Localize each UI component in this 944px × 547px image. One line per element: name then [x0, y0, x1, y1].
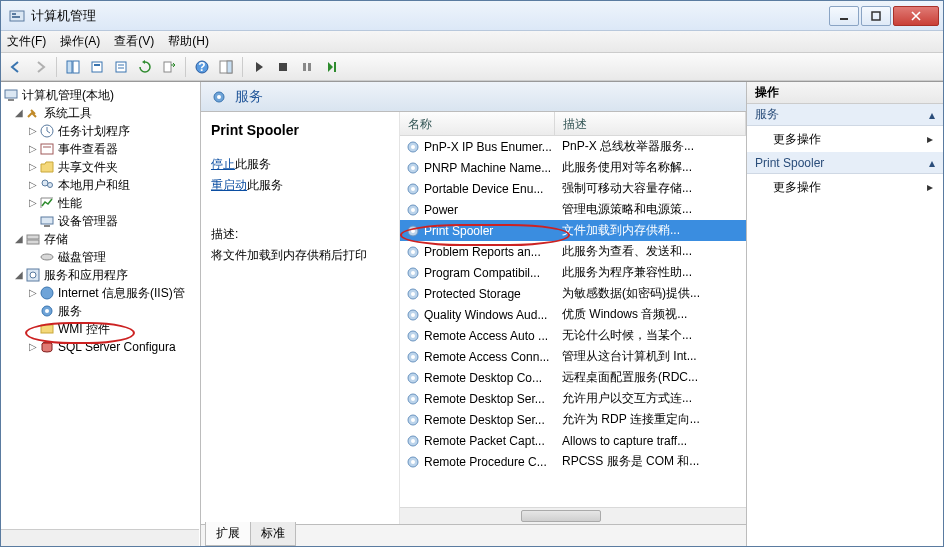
table-body[interactable]: PnP-X IP Bus Enumer...PnP-X 总线枚举器服务...PN… [400, 136, 746, 507]
service-name: Remote Packet Capt... [424, 434, 556, 448]
performance-icon [39, 195, 55, 211]
tree-event-viewer[interactable]: ▷事件查看器 [3, 140, 198, 158]
restart-link[interactable]: 重启动 [211, 178, 247, 192]
table-row[interactable]: Print Spooler文件加载到内存供稍... [400, 220, 746, 241]
expand-icon[interactable]: ▷ [27, 176, 39, 194]
svg-rect-31 [27, 240, 39, 244]
table-row[interactable]: Remote Desktop Ser...允许为 RDP 连接重定向... [400, 409, 746, 430]
help-button[interactable]: ? [191, 56, 213, 78]
svg-text:?: ? [198, 60, 205, 74]
tree-system-tools[interactable]: ◢ 系统工具 [3, 104, 198, 122]
collapse-icon[interactable]: ◢ [13, 266, 25, 284]
refresh-button[interactable] [134, 56, 156, 78]
table-row[interactable]: Program Compatibil...此服务为程序兼容性助... [400, 262, 746, 283]
table-row[interactable]: Portable Device Enu...强制可移动大容量存储... [400, 178, 746, 199]
action-pane-button[interactable] [215, 56, 237, 78]
gear-icon [405, 244, 421, 260]
table-row[interactable]: Remote Access Auto ...无论什么时候，当某个... [400, 325, 746, 346]
table-row[interactable]: Remote Packet Capt...Allows to capture t… [400, 430, 746, 451]
tree-services-apps[interactable]: ◢服务和应用程序 [3, 266, 198, 284]
tree-iis[interactable]: ▷Internet 信息服务(IIS)管 [3, 284, 198, 302]
close-button[interactable] [893, 6, 939, 26]
forward-button[interactable] [29, 56, 51, 78]
expand-icon[interactable]: ▷ [27, 284, 39, 302]
tree-scrollbar[interactable] [1, 529, 199, 546]
restart-service-button[interactable] [320, 56, 342, 78]
tree-task-scheduler[interactable]: ▷任务计划程序 [3, 122, 198, 140]
nav-tree[interactable]: 计算机管理(本地) ◢ 系统工具 ▷任务计划程序 ▷事件查看器 ▷共享文件夹 ▷… [1, 82, 200, 360]
table-row[interactable]: Power管理电源策略和电源策... [400, 199, 746, 220]
tree-root[interactable]: 计算机管理(本地) [3, 86, 198, 104]
show-hide-tree-button[interactable] [62, 56, 84, 78]
table-row[interactable]: Protected Storage为敏感数据(如密码)提供... [400, 283, 746, 304]
table-row[interactable]: PnP-X IP Bus Enumer...PnP-X 总线枚举器服务... [400, 136, 746, 157]
tree-disk-management[interactable]: 磁盘管理 [3, 248, 198, 266]
export-list-button[interactable] [158, 56, 180, 78]
tree-sqlserver[interactable]: ▷SQL Server Configura [3, 338, 198, 356]
export-button[interactable] [110, 56, 132, 78]
start-service-button[interactable] [248, 56, 270, 78]
expand-icon[interactable]: ▷ [27, 122, 39, 140]
table-header: 名称 描述 [400, 112, 746, 136]
back-button[interactable] [5, 56, 27, 78]
table-row[interactable]: PNRP Machine Name...此服务使用对等名称解... [400, 157, 746, 178]
actions-more-1[interactable]: 更多操作 ▸ [747, 126, 943, 152]
gear-icon [405, 265, 421, 281]
table-row[interactable]: Remote Desktop Ser...允许用户以交互方式连... [400, 388, 746, 409]
maximize-button[interactable] [861, 6, 891, 26]
collapse-icon[interactable]: ◢ [13, 230, 25, 248]
col-name[interactable]: 名称 [400, 112, 555, 135]
users-icon [39, 177, 55, 193]
gear-icon [405, 223, 421, 239]
tree-storage[interactable]: ◢存储 [3, 230, 198, 248]
tab-extended[interactable]: 扩展 [205, 522, 251, 546]
table-row[interactable]: Quality Windows Aud...优质 Windows 音频视... [400, 304, 746, 325]
minimize-button[interactable] [829, 6, 859, 26]
col-desc[interactable]: 描述 [555, 112, 746, 135]
menu-file[interactable]: 文件(F) [7, 33, 46, 50]
table-row[interactable]: Remote Desktop Co...远程桌面配置服务(RDC... [400, 367, 746, 388]
stop-service-button[interactable] [272, 56, 294, 78]
submenu-arrow-icon: ▸ [927, 180, 933, 194]
menu-view[interactable]: 查看(V) [114, 33, 154, 50]
description-label: 描述: [211, 226, 389, 243]
expand-icon[interactable]: ▷ [27, 194, 39, 212]
horizontal-scrollbar[interactable] [400, 507, 746, 524]
svg-rect-19 [308, 63, 311, 71]
table-row[interactable]: Remote Access Conn...管理从这台计算机到 Int... [400, 346, 746, 367]
expand-icon[interactable]: ▷ [27, 338, 39, 356]
svg-rect-12 [164, 62, 171, 72]
svg-rect-2 [12, 16, 20, 18]
pause-service-button[interactable] [296, 56, 318, 78]
expand-icon[interactable]: ▷ [27, 140, 39, 158]
svg-rect-9 [116, 62, 126, 72]
tree-wmi[interactable]: WMI 控件 [3, 320, 198, 338]
actions-group-selected[interactable]: Print Spooler ▴ [747, 152, 943, 174]
titlebar[interactable]: 计算机管理 [1, 1, 943, 31]
menu-action[interactable]: 操作(A) [60, 33, 100, 50]
tree-performance[interactable]: ▷性能 [3, 194, 198, 212]
svg-point-34 [30, 272, 36, 278]
svg-rect-7 [92, 62, 102, 72]
tree-local-users[interactable]: ▷本地用户和组 [3, 176, 198, 194]
center-body: Print Spooler 停止此服务 重启动此服务 描述: 将文件加载到内存供… [201, 112, 746, 524]
menu-help[interactable]: 帮助(H) [168, 33, 209, 50]
scrollbar-thumb[interactable] [521, 510, 601, 522]
svg-point-55 [411, 271, 415, 275]
service-desc: 文件加载到内存供稍... [556, 222, 746, 239]
tab-standard[interactable]: 标准 [250, 522, 296, 546]
gear-icon [405, 370, 421, 386]
service-desc: 允许为 RDP 连接重定向... [556, 411, 746, 428]
svg-point-45 [411, 166, 415, 170]
expand-icon[interactable]: ▷ [27, 158, 39, 176]
actions-more-2[interactable]: 更多操作 ▸ [747, 174, 943, 200]
tree-services[interactable]: 服务 [3, 302, 198, 320]
stop-link[interactable]: 停止 [211, 157, 235, 171]
table-row[interactable]: Problem Reports an...此服务为查看、发送和... [400, 241, 746, 262]
table-row[interactable]: Remote Procedure C...RPCSS 服务是 COM 和... [400, 451, 746, 472]
properties-button[interactable] [86, 56, 108, 78]
tree-device-manager[interactable]: 设备管理器 [3, 212, 198, 230]
actions-group-services[interactable]: 服务 ▴ [747, 104, 943, 126]
tree-shared-folders[interactable]: ▷共享文件夹 [3, 158, 198, 176]
collapse-icon[interactable]: ◢ [13, 104, 25, 122]
